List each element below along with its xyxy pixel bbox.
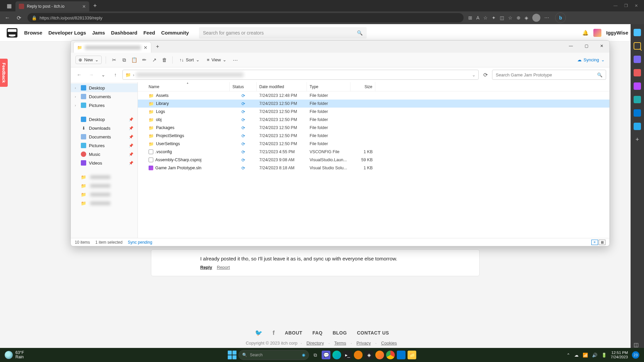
nav-community[interactable]: Community	[161, 30, 189, 36]
sidebar-item-documents[interactable]: ›Documents	[71, 92, 138, 101]
cut-icon[interactable]: ✂	[110, 57, 118, 63]
feedback-tab[interactable]: Feedback	[0, 59, 8, 87]
paste-icon[interactable]: 📋	[130, 57, 138, 63]
sidebar-search-icon[interactable]	[634, 42, 641, 50]
notification-badge[interactable]: 23	[632, 351, 639, 359]
more-icon[interactable]: ⋯	[231, 57, 239, 63]
column-name[interactable]: ▴Name	[146, 82, 230, 91]
profile-avatar[interactable]	[532, 14, 540, 22]
sidebar-shopping-icon[interactable]	[634, 69, 641, 76]
rename-icon[interactable]: ✏	[140, 57, 148, 63]
sidebar-item-desktop[interactable]: Desktop📌	[71, 115, 138, 124]
task-view-icon[interactable]: ⧉	[311, 351, 320, 359]
chevron-down-icon[interactable]: ⌄	[472, 72, 476, 77]
refresh-button[interactable]: ⟳	[15, 15, 23, 21]
taskbar-app-firefox[interactable]	[375, 351, 384, 359]
taskbar-app-vs[interactable]	[397, 351, 406, 359]
sidebar-outlook-icon[interactable]	[634, 109, 641, 117]
weather-widget[interactable]: 63°F Rain	[5, 351, 24, 359]
recent-button[interactable]: ⌄	[98, 72, 108, 77]
copy-icon[interactable]: ⧉	[120, 57, 128, 63]
back-button[interactable]: ←	[74, 72, 84, 77]
browser-tab[interactable]: Reply to post - itch.io ✕	[15, 1, 89, 11]
nav-feed[interactable]: Feed	[143, 30, 155, 36]
new-button[interactable]: ⊕ New ⌄	[75, 56, 102, 64]
refresh-button[interactable]: ⟳	[481, 72, 490, 78]
nav-dashboard[interactable]: Dashboard	[111, 30, 137, 36]
app-icon[interactable]: ⊞	[468, 15, 472, 20]
footer-directory[interactable]: Directory	[307, 341, 324, 346]
tab-actions-icon[interactable]: ▦	[3, 3, 15, 9]
volume-icon[interactable]: 🔊	[592, 353, 597, 358]
footer-about[interactable]: ABOUT	[285, 330, 302, 336]
split-icon[interactable]: ◫	[500, 15, 504, 20]
onedrive-icon[interactable]: ☁	[574, 353, 579, 358]
tray-chevron-icon[interactable]: ⌃	[567, 353, 570, 358]
sidebar-item-pictures[interactable]: Pictures📌	[71, 141, 138, 150]
sidebar-item-music[interactable]: Music📌	[71, 150, 138, 159]
sort-button[interactable]: ↑↓ Sort ⌄	[177, 56, 202, 64]
file-row[interactable]: .vsconfig⟳7/21/2023 4:55 PMVSCONFIG File…	[138, 148, 609, 156]
facebook-icon[interactable]: f	[273, 329, 275, 337]
itch-logo-icon[interactable]	[7, 28, 17, 38]
column-size[interactable]: Size	[351, 82, 375, 91]
taskbar-app-blender[interactable]	[354, 351, 363, 359]
sidebar-item-documents[interactable]: Documents📌	[71, 132, 138, 141]
more-icon[interactable]: ⋯	[544, 15, 549, 20]
explorer-new-tab[interactable]: +	[151, 44, 164, 50]
new-tab-button[interactable]: +	[89, 2, 101, 9]
footer-faq[interactable]: FAQ	[312, 330, 322, 336]
details-view-icon[interactable]: ≡	[591, 240, 598, 245]
delete-icon[interactable]: 🗑	[160, 57, 168, 63]
close-tab-icon[interactable]: ✕	[144, 45, 148, 50]
close-button[interactable]: ✕	[594, 41, 609, 51]
sidebar-item-blurred[interactable]: 📁	[71, 199, 138, 207]
footer-terms[interactable]: Terms	[334, 341, 346, 346]
favorites-bar-icon[interactable]: ☆	[508, 15, 513, 20]
taskbar-app-terminal[interactable]: ▸_	[343, 351, 352, 359]
column-status[interactable]: Status	[230, 82, 257, 91]
minimize-button[interactable]: —	[563, 41, 579, 51]
file-row[interactable]: 📁Packages⟳7/24/2023 12:50 PMFile folder	[138, 124, 609, 132]
explorer-tab[interactable]: 📁 ✕	[73, 42, 151, 53]
file-row[interactable]: Assembly-CSharp.csproj⟳7/24/2023 9:08 AM…	[138, 156, 609, 164]
file-row[interactable]: 📁obj⟳7/24/2023 12:50 PMFile folder	[138, 116, 609, 124]
nav-jams[interactable]: Jams	[92, 30, 105, 36]
address-bar[interactable]: 📁 › ⌄	[122, 70, 479, 80]
file-row[interactable]: 📁UserSettings⟳7/24/2023 12:50 PMFile fol…	[138, 140, 609, 148]
taskbar-search[interactable]: 🔍Search ◉	[238, 350, 309, 360]
twitter-icon[interactable]: 🐦	[255, 329, 263, 337]
taskbar-app-chrome[interactable]	[386, 351, 395, 359]
file-row[interactable]: 📁ProjectSettings⟳7/24/2023 12:50 PMFile …	[138, 132, 609, 140]
sidebar-add-icon[interactable]: +	[634, 136, 641, 143]
syncing-status[interactable]: ☁ Syncing ⌄	[577, 57, 605, 62]
sidebar-item-desktop[interactable]: ›Desktop	[71, 83, 138, 92]
sidebar-item-blurred[interactable]: 📁	[71, 190, 138, 199]
sidebar-item-videos[interactable]: Videos📌	[71, 159, 138, 167]
sidebar-games-icon[interactable]	[634, 82, 641, 90]
sidebar-drop-icon[interactable]	[634, 123, 641, 130]
file-row[interactable]: 📁Library⟳7/24/2023 12:50 PMFile folder	[138, 100, 609, 108]
start-button[interactable]	[228, 351, 236, 359]
file-row[interactable]: 📁Assets⟳7/24/2023 12:48 PMFile folder	[138, 92, 609, 100]
report-link[interactable]: Report	[217, 265, 230, 270]
up-button[interactable]: ↑	[110, 72, 120, 77]
collections-icon[interactable]: ⊕	[517, 15, 521, 20]
itch-search-input[interactable]: Search for games or creators 🔍	[199, 27, 367, 39]
battery-icon[interactable]: 🔋	[601, 353, 607, 358]
taskbar-app-edge[interactable]	[332, 351, 341, 359]
nav-devlogs[interactable]: Developer Logs	[48, 30, 86, 36]
maximize-button[interactable]: ❐	[624, 3, 628, 8]
favorite-icon[interactable]: ☆	[483, 15, 488, 20]
clock[interactable]: 12:51 PM 7/24/2023	[611, 351, 628, 359]
wifi-icon[interactable]: 📶	[583, 353, 588, 358]
column-type[interactable]: Type	[307, 82, 351, 91]
close-window-button[interactable]: ✕	[635, 3, 638, 8]
sidebar-item-blurred[interactable]: 📁	[71, 181, 138, 190]
text-size-icon[interactable]: A	[476, 15, 479, 20]
forward-button[interactable]: →	[86, 72, 96, 77]
file-row[interactable]: Game Jam Prototype.sln⟳7/24/2023 8:18 AM…	[138, 164, 609, 172]
file-row[interactable]: 📁Logs⟳7/24/2023 12:50 PMFile folder	[138, 108, 609, 116]
footer-contact[interactable]: CONTACT US	[357, 330, 389, 336]
sidebar-tools-icon[interactable]	[634, 56, 641, 63]
